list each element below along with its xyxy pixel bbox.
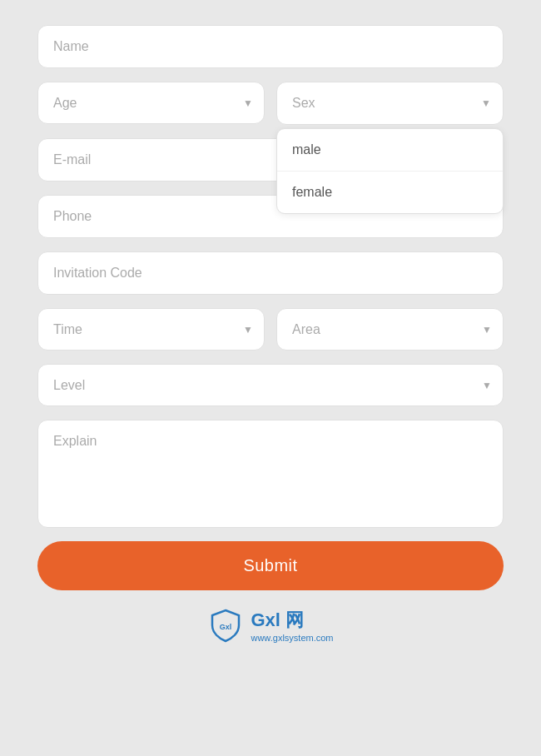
svg-text:Gxl: Gxl bbox=[220, 623, 232, 631]
footer-logo: Gxl Gxl 网 www.gxlsystem.com bbox=[207, 607, 333, 644]
footer: Gxl Gxl 网 www.gxlsystem.com bbox=[207, 607, 333, 644]
sex-select-wrapper[interactable]: Sex ▼ male female bbox=[276, 82, 504, 125]
age-select[interactable]: Age 18 19 20 25 30 bbox=[37, 82, 265, 124]
footer-brand: Gxl 网 bbox=[251, 608, 333, 633]
invitation-code-input[interactable] bbox=[37, 251, 504, 295]
area-select-wrapper: Area North South East West ▼ bbox=[276, 308, 504, 351]
name-input[interactable] bbox=[37, 25, 504, 68]
shield-icon: Gxl bbox=[207, 607, 244, 644]
explain-textarea[interactable] bbox=[37, 420, 504, 528]
age-sex-row: Age 18 19 20 25 30 ▼ Sex ▼ male female bbox=[37, 82, 504, 125]
time-select-wrapper: Time Morning Afternoon Evening ▼ bbox=[37, 308, 265, 351]
footer-text: Gxl 网 www.gxlsystem.com bbox=[251, 608, 333, 643]
sex-label: Sex bbox=[292, 96, 315, 110]
area-select[interactable]: Area North South East West bbox=[276, 308, 504, 351]
sex-dropdown-trigger[interactable]: Sex ▼ bbox=[276, 82, 504, 125]
form-container: Age 18 19 20 25 30 ▼ Sex ▼ male female bbox=[37, 17, 504, 590]
sex-option-female[interactable]: female bbox=[277, 172, 503, 213]
sex-chevron-icon: ▼ bbox=[481, 97, 491, 109]
sex-dropdown-menu: male female bbox=[276, 128, 504, 214]
sex-option-male[interactable]: male bbox=[277, 129, 503, 172]
footer-url: www.gxlsystem.com bbox=[251, 633, 333, 643]
level-select[interactable]: Level Beginner Intermediate Advanced bbox=[37, 364, 504, 406]
level-select-wrapper: Level Beginner Intermediate Advanced ▼ bbox=[37, 364, 504, 406]
time-area-row: Time Morning Afternoon Evening ▼ Area No… bbox=[37, 308, 504, 351]
time-select[interactable]: Time Morning Afternoon Evening bbox=[37, 308, 265, 351]
age-select-wrapper: Age 18 19 20 25 30 ▼ bbox=[37, 82, 265, 125]
submit-button[interactable]: Submit bbox=[37, 541, 504, 590]
